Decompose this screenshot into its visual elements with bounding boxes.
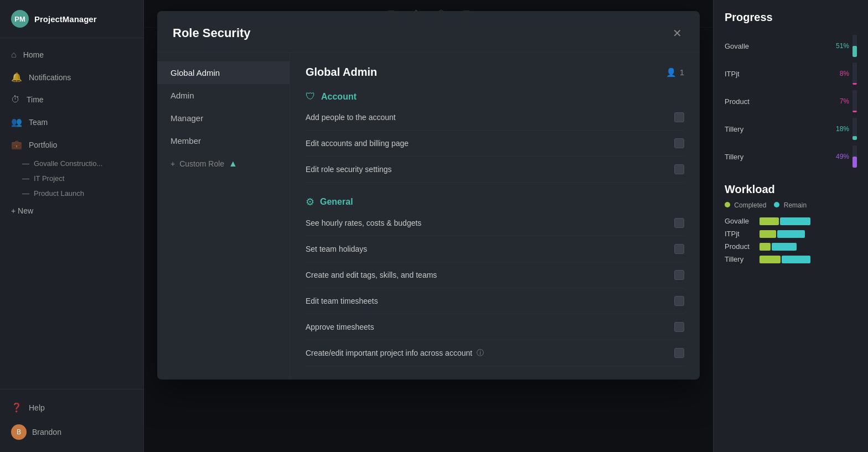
portfolio-sub-product[interactable]: — Product Launch: [0, 186, 143, 201]
permission-add-people: Add people to the account: [306, 105, 684, 131]
sidebar-user[interactable]: B Brandon: [0, 419, 143, 445]
new-label: + New: [11, 206, 33, 215]
permission-checkbox-edit-role-security[interactable]: [674, 164, 684, 174]
main-area: ⊞ ⟰ ⬡ ⊟ Role Security ✕ Global Admin Adm…: [144, 0, 713, 452]
portfolio-sub-it[interactable]: — IT Project: [0, 171, 143, 186]
workload-row: Tillery: [725, 255, 857, 263]
permission-label-create-tags: Create and edit tags, skills, and teams: [306, 271, 437, 279]
help-icon: ❓: [11, 402, 22, 413]
progress-row: ITPjt 8%: [725, 63, 857, 85]
remaining-bar: [780, 217, 810, 225]
sidebar-label-help: Help: [29, 403, 45, 412]
permission-label-edit-role-security: Edit role security settings: [306, 165, 392, 174]
permission-checkbox-edit-timesheets[interactable]: [674, 296, 684, 306]
sidebar-item-home[interactable]: ⌂ Home: [0, 44, 143, 66]
permission-checkbox-create-project-info[interactable]: [674, 348, 684, 358]
sidebar-item-help[interactable]: ❓ Help: [0, 396, 143, 419]
progress-name: ITPjt: [725, 70, 829, 78]
progress-pct: 51%: [829, 42, 849, 50]
sidebar-item-time[interactable]: ⏱ Time: [0, 89, 143, 111]
completed-bar: [760, 217, 779, 225]
workload-bars: [760, 243, 857, 251]
workload-list: Govalle ITPjt Product Tillery: [725, 217, 857, 263]
time-icon: ⏱: [11, 95, 20, 105]
workload-name: Tillery: [725, 255, 755, 263]
progress-bar: [852, 146, 857, 168]
portfolio-sub-govalle[interactable]: — Govalle Constructio...: [0, 156, 143, 171]
legend-remaining: Remain: [774, 201, 807, 209]
completed-bar: [760, 256, 781, 263]
permission-label-approve-timesheets: Approve timesheets: [306, 323, 374, 331]
portfolio-sub-dash3: —: [22, 189, 29, 198]
sidebar-nav: ⌂ Home 🔔 Notifications ⏱ Time 👥 Team 💼 P…: [0, 38, 143, 389]
portfolio-sub-dash: —: [22, 159, 29, 168]
account-section-title: Account: [321, 92, 356, 102]
active-role-name: Global Admin: [306, 66, 377, 79]
sidebar-item-notifications[interactable]: 🔔 Notifications: [0, 66, 143, 89]
permission-checkbox-create-tags[interactable]: [674, 270, 684, 280]
account-section-header: 🛡 Account: [306, 91, 684, 102]
progress-pct: 8%: [829, 70, 849, 77]
modal-body: Global Admin Admin Manager Member + Cust…: [157, 53, 700, 380]
sidebar-label-notifications: Notifications: [29, 73, 71, 82]
sidebar-label-time: Time: [27, 95, 44, 104]
permission-hourly-rates: See hourly rates, costs & budgets: [306, 210, 684, 236]
permission-edit-timesheets: Edit team timesheets: [306, 288, 684, 314]
progress-name: Tillery: [725, 153, 829, 161]
permission-checkbox-edit-billing[interactable]: [674, 138, 684, 148]
progress-name: Product: [725, 97, 829, 106]
permission-checkbox-approve-timesheets[interactable]: [674, 322, 684, 332]
progress-row: Govalle 51%: [725, 35, 857, 57]
role-item-manager[interactable]: Manager: [157, 107, 290, 129]
progress-row: Tillery 18%: [725, 118, 857, 140]
role-header: Global Admin 👤 1: [306, 66, 684, 79]
general-section-title: General: [320, 197, 353, 207]
modal-header: Role Security ✕: [157, 11, 700, 53]
sidebar-item-team[interactable]: 👥 Team: [0, 111, 143, 133]
sidebar-logo: PM ProjectManager: [0, 0, 143, 38]
permission-checkbox-set-holidays[interactable]: [674, 244, 684, 254]
workload-legend: Completed Remain: [725, 201, 857, 209]
progress-bar-fill: [852, 83, 857, 85]
progress-bar-fill: [852, 46, 857, 57]
remaining-bar: [772, 243, 797, 251]
add-custom-role-button[interactable]: + Custom Role ▲: [157, 152, 290, 175]
modal-close-button[interactable]: ✕: [670, 24, 684, 42]
role-item-member[interactable]: Member: [157, 129, 290, 152]
progress-bar: [852, 63, 857, 85]
remaining-bar: [777, 230, 805, 238]
sidebar-label-home: Home: [23, 50, 44, 59]
workload-row: Govalle: [725, 217, 857, 225]
sidebar-item-portfolio[interactable]: 💼 Portfolio: [0, 133, 143, 156]
user-count-value: 1: [680, 67, 684, 77]
permission-edit-billing: Edit accounts and billing page: [306, 131, 684, 157]
right-panel: Progress Govalle 51% ITPjt 8% Product 7%…: [713, 0, 868, 452]
new-button[interactable]: + New: [0, 201, 143, 221]
permission-label-set-holidays: Set team holidays: [306, 245, 367, 253]
permission-checkbox-hourly-rates[interactable]: [674, 218, 684, 228]
sidebar-label-portfolio: Portfolio: [29, 141, 57, 149]
progress-bar-fill: [852, 111, 857, 112]
permission-checkbox-add-people[interactable]: [674, 112, 684, 122]
completed-bar: [760, 230, 776, 238]
workload-title: Workload: [725, 183, 857, 196]
role-item-global-admin[interactable]: Global Admin: [157, 61, 290, 84]
role-security-modal: Role Security ✕ Global Admin Admin Manag…: [157, 11, 700, 380]
role-item-admin[interactable]: Admin: [157, 84, 290, 107]
modal-title: Role Security: [173, 26, 251, 40]
sidebar: PM ProjectManager ⌂ Home 🔔 Notifications…: [0, 0, 144, 452]
progress-pct: 7%: [829, 97, 849, 105]
permission-label-add-people: Add people to the account: [306, 113, 396, 122]
portfolio-icon: 💼: [11, 139, 22, 150]
info-icon: ⓘ: [477, 348, 484, 358]
progress-name: Govalle: [725, 42, 829, 50]
workload-row: ITPjt: [725, 230, 857, 238]
workload-bars: [760, 217, 857, 225]
notifications-icon: 🔔: [11, 72, 22, 82]
permission-label-edit-billing: Edit accounts and billing page: [306, 139, 409, 148]
portfolio-sub-label-govalle: Govalle Constructio...: [34, 159, 102, 168]
progress-list: Govalle 51% ITPjt 8% Product 7% Tillery …: [725, 35, 857, 168]
workload-bars: [760, 230, 857, 238]
user-count-icon: 👤: [666, 67, 676, 77]
general-section-icon: ⚙: [306, 196, 314, 208]
